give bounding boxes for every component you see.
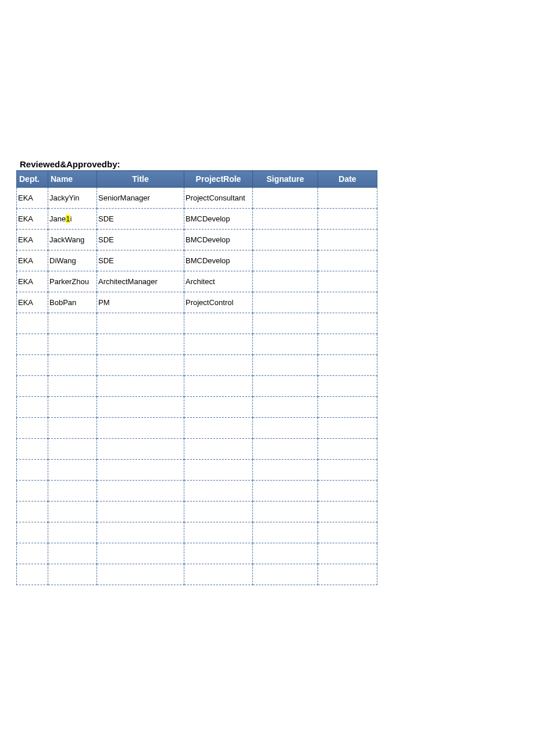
cell-title — [97, 376, 184, 397]
table-row: EKAParkerZhouArchitectManagerArchitect — [17, 271, 377, 292]
cell-name: JackyYin — [48, 188, 97, 209]
cell-signature — [253, 501, 318, 522]
cell-name — [48, 439, 97, 460]
cell-dept — [17, 376, 48, 397]
cell-dept: EKA — [17, 209, 48, 230]
cell-title: ArchitectManager — [97, 271, 184, 292]
cell-role — [184, 334, 253, 355]
cell-signature — [253, 188, 318, 209]
table-row — [17, 501, 377, 522]
table-row — [17, 418, 377, 439]
cell-signature — [253, 230, 318, 250]
cell-name — [48, 543, 97, 564]
cell-signature — [253, 543, 318, 564]
table-row — [17, 522, 377, 543]
cell-role — [184, 460, 253, 481]
cell-title — [97, 355, 184, 376]
cell-dept — [17, 439, 48, 460]
cell-role — [184, 355, 253, 376]
table-row — [17, 439, 377, 460]
cell-dept: EKA — [17, 271, 48, 292]
cell-role — [184, 418, 253, 439]
cell-date — [318, 397, 377, 418]
cell-title: SDE — [97, 250, 184, 271]
cell-signature — [253, 460, 318, 481]
cell-signature — [253, 313, 318, 334]
cell-name: BobPan — [48, 292, 97, 313]
cell-title — [97, 439, 184, 460]
col-role: ProjectRole — [184, 171, 253, 188]
cell-signature — [253, 522, 318, 543]
cell-signature — [253, 334, 318, 355]
cell-dept — [17, 397, 48, 418]
cell-dept — [17, 334, 48, 355]
table-row: EKABobPanPMProjectControl — [17, 292, 377, 313]
cell-date — [318, 543, 377, 564]
cell-role — [184, 501, 253, 522]
cell-name — [48, 501, 97, 522]
cell-dept — [17, 418, 48, 439]
cell-dept — [17, 481, 48, 501]
cell-dept — [17, 522, 48, 543]
cell-date — [318, 250, 377, 271]
cell-date — [318, 481, 377, 501]
cell-title — [97, 334, 184, 355]
col-date: Date — [318, 171, 377, 188]
cell-role — [184, 376, 253, 397]
cell-role: ProjectControl — [184, 292, 253, 313]
cell-signature — [253, 250, 318, 271]
cell-name: Jane1i — [48, 209, 97, 230]
cell-dept — [17, 313, 48, 334]
cell-dept: EKA — [17, 230, 48, 250]
cell-signature — [253, 564, 318, 585]
table-row: EKAJackWangSDEBMCDevelop — [17, 230, 377, 250]
table-row — [17, 313, 377, 334]
cell-role — [184, 313, 253, 334]
cell-name — [48, 334, 97, 355]
cell-name — [48, 376, 97, 397]
cell-title — [97, 564, 184, 585]
cell-name — [48, 418, 97, 439]
cell-signature — [253, 418, 318, 439]
cell-date — [318, 564, 377, 585]
table-row: EKAJane1iSDEBMCDevelop — [17, 209, 377, 230]
cell-name — [48, 481, 97, 501]
cell-date — [318, 355, 377, 376]
cell-date — [318, 522, 377, 543]
table-row — [17, 543, 377, 564]
col-dept: Dept. — [17, 171, 48, 188]
cell-role: Architect — [184, 271, 253, 292]
cell-name — [48, 522, 97, 543]
cell-signature — [253, 376, 318, 397]
cell-date — [318, 271, 377, 292]
cell-role — [184, 543, 253, 564]
cell-date — [318, 439, 377, 460]
cell-title — [97, 522, 184, 543]
cell-name — [48, 564, 97, 585]
table-row — [17, 376, 377, 397]
cell-signature — [253, 292, 318, 313]
cell-name: JackWang — [48, 230, 97, 250]
cell-signature — [253, 209, 318, 230]
cell-title: SeniorManager — [97, 188, 184, 209]
table-row: EKAJackyYinSeniorManagerProjectConsultan… — [17, 188, 377, 209]
cell-date — [318, 501, 377, 522]
cell-dept — [17, 460, 48, 481]
cell-date — [318, 376, 377, 397]
cell-role — [184, 522, 253, 543]
cell-title — [97, 543, 184, 564]
cell-signature — [253, 439, 318, 460]
cell-title — [97, 460, 184, 481]
table-row — [17, 460, 377, 481]
cell-name — [48, 355, 97, 376]
table-row — [17, 481, 377, 501]
cell-signature — [253, 271, 318, 292]
cell-date — [318, 313, 377, 334]
cell-role — [184, 397, 253, 418]
table-row — [17, 355, 377, 376]
table-row: EKADiWangSDEBMCDevelop — [17, 250, 377, 271]
approval-table: Dept. Name Title ProjectRole Signature D… — [16, 170, 377, 585]
table-row — [17, 334, 377, 355]
cell-title: SDE — [97, 209, 184, 230]
table-header-row: Dept. Name Title ProjectRole Signature D… — [17, 171, 377, 188]
